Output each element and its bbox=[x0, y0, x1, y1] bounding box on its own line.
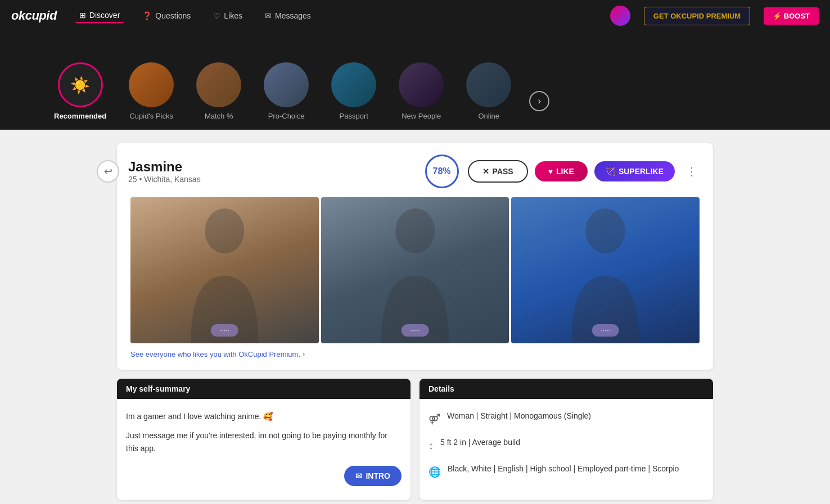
self-summary-header: My self-summary bbox=[117, 379, 411, 399]
details-card: Details ⚤ Woman | Straight | Monogamous … bbox=[419, 379, 713, 500]
category-pro-choice-label: Pro-Choice bbox=[268, 112, 305, 120]
nav-questions[interactable]: ❓ Questions bbox=[138, 9, 195, 22]
category-recommended[interactable]: ☀️ Recommended bbox=[45, 56, 115, 129]
detail-row-gender: ⚤ Woman | Straight | Monogamous (Single) bbox=[428, 410, 704, 428]
details-header: Details bbox=[419, 379, 713, 399]
nav-questions-label: Questions bbox=[155, 11, 191, 20]
category-next-button[interactable]: › bbox=[529, 91, 549, 111]
premium-link[interactable]: See everyone who likes you with OkCupid … bbox=[130, 350, 700, 358]
message-icon: ✉ bbox=[355, 471, 362, 480]
category-match-label: Match % bbox=[205, 112, 233, 120]
photo-3-badge: ····· bbox=[592, 324, 619, 337]
nav-discover[interactable]: ⊞ Discover bbox=[75, 8, 124, 23]
category-cupids-picks[interactable]: Cupid's Picks bbox=[120, 56, 183, 129]
x-icon: ✕ bbox=[482, 167, 489, 176]
boost-button[interactable]: ⚡ BOOST bbox=[764, 7, 819, 25]
detail-row-background: 🌐 Black, White | English | High school |… bbox=[428, 463, 704, 480]
photo-1[interactable]: ····· bbox=[130, 197, 319, 343]
user-avatar[interactable] bbox=[610, 6, 630, 26]
photo-3[interactable]: ····· bbox=[511, 197, 700, 343]
pass-label: PASS bbox=[493, 167, 513, 176]
superlike-label: SUPERLIKE bbox=[619, 167, 664, 176]
nav-likes[interactable]: ♡ Likes bbox=[209, 9, 247, 22]
category-online-label: Online bbox=[478, 112, 499, 120]
discover-icon: ⊞ bbox=[79, 11, 86, 20]
category-match[interactable]: Match % bbox=[187, 56, 250, 129]
online-image bbox=[466, 62, 511, 107]
self-summary-body: Im a gamer and I love watching anime. 🥰 … bbox=[117, 399, 411, 497]
profile-separator: • bbox=[139, 175, 144, 184]
match-percentage: 78% bbox=[425, 155, 459, 188]
messages-icon: ✉ bbox=[265, 11, 272, 20]
like-label: LIKE bbox=[556, 167, 574, 176]
pro-choice-image bbox=[264, 62, 309, 107]
photo-1-badge: ····· bbox=[211, 324, 238, 337]
nav-messages-label: Messages bbox=[275, 11, 311, 20]
intro-label: INTRO bbox=[366, 471, 390, 480]
questions-icon: ❓ bbox=[142, 11, 152, 20]
match-image bbox=[196, 62, 241, 107]
cupids-picks-image bbox=[129, 62, 174, 107]
nav-messages[interactable]: ✉ Messages bbox=[260, 9, 315, 22]
passport-image bbox=[331, 62, 376, 107]
bottom-row: My self-summary Im a gamer and I love wa… bbox=[117, 379, 713, 500]
photo-2[interactable]: ····· bbox=[321, 197, 509, 343]
category-new-people[interactable]: New People bbox=[390, 56, 453, 129]
category-recommended-label: Recommended bbox=[54, 112, 106, 120]
category-cupids-picks-label: Cupid's Picks bbox=[129, 112, 173, 120]
profile-sub: 25 • Wichita, Kansas bbox=[128, 175, 416, 184]
detail-row-height: ↕ 5 ft 2 in | Average build bbox=[428, 437, 704, 454]
category-pro-choice[interactable]: Pro-Choice bbox=[255, 56, 318, 129]
detail-height-text: 5 ft 2 in | Average build bbox=[440, 437, 520, 448]
photo-grid: ····· ····· ····· bbox=[130, 197, 700, 343]
chevron-right-icon: › bbox=[303, 350, 305, 358]
svg-point-1 bbox=[395, 208, 435, 253]
self-summary-card: My self-summary Im a gamer and I love wa… bbox=[117, 379, 411, 500]
new-people-image bbox=[399, 62, 444, 107]
superlike-button[interactable]: 🏹 SUPERLIKE bbox=[594, 161, 675, 181]
category-passport-label: Passport bbox=[340, 112, 368, 120]
photo-2-badge: ····· bbox=[402, 324, 429, 337]
undo-button[interactable]: ↩ bbox=[97, 160, 119, 183]
svg-point-0 bbox=[205, 208, 244, 253]
pass-button[interactable]: ✕ PASS bbox=[468, 160, 528, 183]
category-passport[interactable]: Passport bbox=[322, 56, 385, 129]
profile-location: Wichita, Kansas bbox=[144, 175, 200, 184]
app-logo[interactable]: okcupid bbox=[11, 8, 57, 23]
self-summary-text-2: Just message me if you're interested, im… bbox=[126, 429, 402, 455]
gender-icon: ⚤ bbox=[428, 411, 440, 428]
nav-discover-label: Discover bbox=[89, 11, 120, 20]
premium-link-text: See everyone who likes you with OkCupid … bbox=[130, 350, 300, 358]
profile-card: ↩ Jasmine 25 • Wichita, Kansas 78% ✕ PAS… bbox=[117, 143, 713, 370]
likes-icon: ♡ bbox=[213, 11, 220, 20]
premium-button[interactable]: GET OKCUPID PREMIUM bbox=[644, 7, 750, 25]
detail-background-text: Black, White | English | High school | E… bbox=[448, 463, 679, 475]
globe-icon: 🌐 bbox=[428, 464, 441, 480]
intro-button[interactable]: ✉ INTRO bbox=[344, 466, 402, 486]
like-button[interactable]: ♥ LIKE bbox=[535, 161, 588, 181]
height-icon: ↕ bbox=[428, 438, 434, 454]
category-bar: ☀️ Recommended Cupid's Picks Match % Pro… bbox=[0, 31, 830, 130]
svg-point-2 bbox=[586, 208, 625, 253]
heart-icon: ♥ bbox=[548, 167, 553, 176]
category-online[interactable]: Online bbox=[457, 56, 520, 129]
profile-name-block: Jasmine 25 • Wichita, Kansas bbox=[128, 159, 416, 184]
main-content: ↩ Jasmine 25 • Wichita, Kansas 78% ✕ PAS… bbox=[94, 130, 736, 504]
action-buttons: ✕ PASS ♥ LIKE 🏹 SUPERLIKE bbox=[468, 160, 675, 183]
profile-age: 25 bbox=[128, 175, 137, 184]
details-body: ⚤ Woman | Straight | Monogamous (Single)… bbox=[419, 399, 713, 500]
nav-likes-label: Likes bbox=[224, 11, 242, 20]
recommended-icon: ☀️ bbox=[58, 62, 103, 107]
navbar: okcupid ⊞ Discover ❓ Questions ♡ Likes ✉… bbox=[0, 0, 830, 31]
profile-name: Jasmine bbox=[128, 159, 416, 175]
profile-header: ↩ Jasmine 25 • Wichita, Kansas 78% ✕ PAS… bbox=[130, 155, 700, 188]
category-new-people-label: New People bbox=[402, 112, 441, 120]
superlike-icon: 🏹 bbox=[606, 167, 615, 176]
detail-gender-text: Woman | Straight | Monogamous (Single) bbox=[447, 410, 591, 422]
more-options-button[interactable]: ⋮ bbox=[684, 162, 700, 180]
self-summary-text-1: Im a gamer and I love watching anime. 🥰 bbox=[126, 410, 402, 423]
